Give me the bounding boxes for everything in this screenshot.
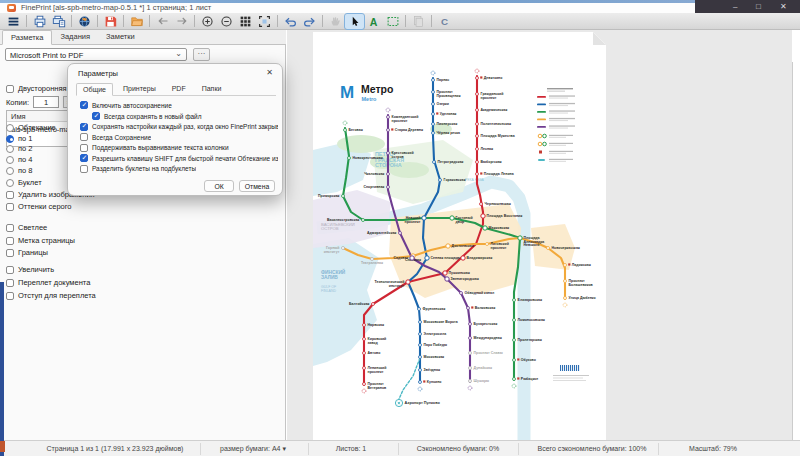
station-label: Сенная площадь bbox=[431, 256, 460, 260]
option-checkbox-Отступ для переплета[interactable]: Отступ для переплета bbox=[6, 291, 96, 300]
hand-button[interactable] bbox=[326, 14, 345, 29]
checkbox-icon[interactable] bbox=[6, 279, 14, 287]
thumbnails-button[interactable] bbox=[236, 14, 255, 29]
station-dot bbox=[445, 277, 449, 281]
layout-radio-по 2[interactable]: по 2 bbox=[6, 144, 33, 153]
ok-button[interactable]: ОК bbox=[204, 180, 234, 192]
station-label: Владимирская bbox=[467, 256, 493, 260]
fit-page-button[interactable] bbox=[255, 14, 274, 29]
sidebar-tab-Заметки[interactable]: Заметки bbox=[98, 30, 143, 45]
statusbar-item-2[interactable]: размер бумаги: A4 ▾ bbox=[220, 445, 286, 453]
checkbox-icon[interactable] bbox=[80, 165, 88, 173]
checkbox-icon[interactable] bbox=[6, 203, 14, 211]
checkbox-icon[interactable] bbox=[6, 292, 14, 300]
layout-radio-Буклет[interactable]: Буклет bbox=[6, 178, 42, 187]
checkbox-icon[interactable] bbox=[6, 191, 14, 199]
duplex-checkbox[interactable] bbox=[6, 85, 14, 93]
text-button[interactable]: A bbox=[364, 14, 383, 29]
dialog-tab-Папки[interactable]: Папки bbox=[196, 83, 228, 96]
checkbox-icon[interactable] bbox=[6, 224, 14, 232]
checkbox-icon[interactable] bbox=[80, 133, 88, 141]
checkbox-icon[interactable] bbox=[80, 123, 88, 131]
radio-icon[interactable] bbox=[6, 124, 14, 132]
layout-radio-по 4[interactable]: по 4 bbox=[6, 155, 33, 164]
select-button[interactable] bbox=[383, 14, 402, 29]
option-checkbox-Границы[interactable]: Границы bbox=[6, 248, 48, 257]
station-dot bbox=[476, 173, 479, 176]
menu-button[interactable] bbox=[4, 14, 23, 29]
pages-button[interactable] bbox=[409, 14, 428, 29]
forward-button[interactable] bbox=[172, 14, 191, 29]
save-icon bbox=[104, 15, 117, 28]
layout-radio-по 8[interactable]: по 8 bbox=[6, 166, 33, 175]
forward-icon bbox=[175, 15, 189, 27]
zoom-in-button[interactable] bbox=[198, 14, 217, 29]
checkbox-label: Светлее bbox=[18, 223, 47, 232]
dialog-tab-Общие[interactable]: Общие bbox=[76, 83, 113, 96]
dialog-checkbox-6[interactable]: Разрешить клавишу SHIFT для быстрой печа… bbox=[80, 154, 278, 162]
option-checkbox-Светлее[interactable]: Светлее bbox=[6, 223, 47, 232]
dialog-checkbox-2[interactable]: Всегда сохранять в новый файл bbox=[92, 112, 202, 120]
dialog-close-icon[interactable]: ✕ bbox=[266, 68, 273, 77]
zoom-out-button[interactable] bbox=[217, 14, 236, 29]
copies-input[interactable]: 1 bbox=[33, 96, 59, 108]
toolbar-separator bbox=[405, 15, 406, 27]
option-checkbox-Оттенки серого[interactable]: Оттенки серого bbox=[6, 202, 72, 211]
radio-icon[interactable] bbox=[6, 135, 14, 143]
print-button[interactable] bbox=[30, 14, 49, 29]
option-checkbox-Метка страницы[interactable]: Метка страницы bbox=[6, 236, 75, 245]
sidebar-tab-Разметка[interactable]: Разметка bbox=[2, 30, 52, 45]
undo-button[interactable] bbox=[281, 14, 300, 29]
station-label: Фрунзенская bbox=[423, 307, 446, 311]
cursor-button[interactable] bbox=[345, 14, 364, 29]
station-dot bbox=[481, 214, 485, 218]
maximize-button[interactable]: □ bbox=[756, 1, 761, 12]
radio-icon[interactable] bbox=[6, 167, 14, 175]
close-button[interactable]: ✕ bbox=[780, 1, 787, 12]
station-dot bbox=[344, 129, 347, 132]
web-button[interactable] bbox=[75, 14, 94, 29]
rail-link-icon bbox=[517, 358, 519, 360]
cancel-button[interactable]: Отмена bbox=[239, 180, 275, 192]
terminal-ring bbox=[468, 386, 472, 390]
checkbox-label: Разрешить клавишу SHIFT для быстрой печа… bbox=[92, 155, 278, 162]
printer-more-button[interactable]: ··· bbox=[193, 48, 210, 61]
checkbox-icon[interactable] bbox=[80, 154, 88, 162]
checkbox-icon[interactable] bbox=[92, 112, 100, 120]
dialog-tab-Принтеры[interactable]: Принтеры bbox=[117, 83, 162, 96]
checkbox-label: Оттенки серого bbox=[18, 202, 72, 211]
station-label: Проспект Славы bbox=[474, 351, 503, 355]
station-dot bbox=[387, 129, 390, 132]
toolbar-separator bbox=[149, 15, 150, 27]
open-button[interactable] bbox=[127, 14, 146, 29]
document-page[interactable]: ПЕТРО-ГРАДСКАЯСТОРОНАВАСИЛЬЕВСКИЙОСТРОВФ… bbox=[313, 32, 606, 440]
checkbox-icon[interactable] bbox=[6, 266, 14, 274]
redo-button[interactable] bbox=[300, 14, 319, 29]
radio-icon[interactable] bbox=[6, 145, 14, 153]
option-checkbox-Переплет документа[interactable]: Переплет документа bbox=[6, 278, 90, 287]
checkbox-icon[interactable] bbox=[6, 237, 14, 245]
dialog-checkbox-7[interactable]: Разделить буклеты на подбуклеты bbox=[80, 165, 196, 173]
checkbox-icon[interactable] bbox=[6, 249, 14, 257]
dialog-checkbox-5[interactable]: Поддерживать выравнивание текста колонки bbox=[80, 144, 229, 152]
option-checkbox-Увеличить[interactable]: Увеличить bbox=[6, 265, 54, 274]
radio-icon[interactable] bbox=[6, 156, 14, 164]
dialog-checkbox-1[interactable]: Включить автосохранение bbox=[80, 101, 172, 109]
layout-radio-Обтекание[interactable]: Обтекание bbox=[6, 123, 56, 132]
dialog-checkbox-3[interactable]: Сохранять настройки каждый раз, когда ок… bbox=[80, 123, 278, 131]
printer-select[interactable]: Microsoft Print to PDF ⌄ bbox=[5, 48, 187, 61]
checkbox-icon[interactable] bbox=[80, 144, 88, 152]
minimize-button[interactable]: – bbox=[733, 1, 737, 12]
print-setup-button[interactable] bbox=[49, 14, 68, 29]
dialog-tab-PDF[interactable]: PDF bbox=[166, 83, 192, 96]
station-label: Пушкинская bbox=[449, 271, 470, 275]
save-button[interactable] bbox=[101, 14, 120, 29]
back-button[interactable] bbox=[153, 14, 172, 29]
dialog-checkbox-4[interactable]: Всегда Сохранение bbox=[80, 133, 151, 141]
station-dot bbox=[469, 323, 472, 326]
checkbox-icon[interactable] bbox=[80, 101, 88, 109]
layout-radio-по 1[interactable]: по 1 bbox=[6, 134, 33, 143]
refresh-button[interactable]: C bbox=[435, 14, 454, 29]
sidebar-tab-Задания[interactable]: Задания bbox=[52, 30, 98, 45]
radio-icon[interactable] bbox=[6, 179, 14, 187]
